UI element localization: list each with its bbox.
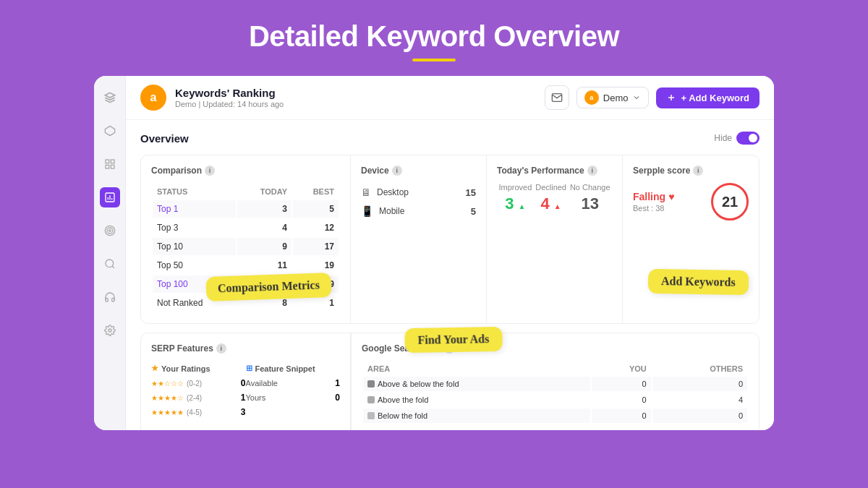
serp-snippet-row: Available1 [246, 376, 341, 390]
status-label: Falling ♥ [633, 191, 674, 202]
ads-col-you: YOU [592, 362, 650, 375]
callout-comparison-metrics: Comparison Metrics [205, 273, 331, 301]
demo-selector[interactable]: a Demo [576, 87, 650, 108]
sidebar-icon-grid[interactable] [100, 154, 120, 174]
serp-content: ★ Your Ratings ★★☆☆☆(0-2)0★★★★☆(2-4)1★★★… [151, 361, 340, 419]
svg-marker-0 [105, 126, 114, 135]
add-keyword-button[interactable]: + Add Keyword [656, 87, 760, 108]
plus-icon [666, 93, 676, 103]
svg-point-9 [106, 260, 114, 267]
ads-area: Above & below the fold [378, 380, 459, 388]
serp-rating-row: ★★★★☆(2-4)1 [151, 390, 246, 405]
perf-label: Improved [498, 183, 532, 192]
sidebar-icon-logo[interactable] [100, 87, 120, 108]
comparison-row: Top 3412 [153, 219, 339, 236]
feature-snippet-label: ⊞ Feature Snippet [246, 361, 341, 376]
col-best: BEST [293, 184, 339, 199]
your-ratings-col: ★ Your Ratings ★★☆☆☆(0-2)0★★★★☆(2-4)1★★★… [151, 361, 246, 419]
callout-add-keywords: Add Keywords [648, 269, 749, 295]
rank-link[interactable]: Top 1 [157, 204, 178, 214]
performance-item: No Change13 [570, 183, 610, 213]
heart-icon: ♥ [668, 191, 674, 202]
serp-snippet-row: Yours0 [246, 390, 341, 405]
device-info: i [392, 166, 402, 176]
sidebar-icon-chart[interactable] [100, 187, 120, 207]
status-best: Best : 38 [633, 204, 674, 213]
sidebar-icon-settings[interactable] [100, 320, 120, 341]
serp-rating-row: ★★★★★(4-5)3 [151, 405, 246, 419]
performance-item: Declined4 ▲ [535, 183, 566, 213]
sidebar-icon-headphone[interactable] [100, 287, 120, 307]
overview-header: Overview Hide [140, 132, 760, 145]
bookmark-icon: ⊞ [246, 364, 252, 373]
serp-title: SERP Features i [151, 343, 340, 354]
color-dot [367, 396, 375, 403]
perf-value: 3 ▲ [498, 194, 532, 213]
ads-you: 0 [592, 377, 650, 391]
perf-value: 4 ▲ [535, 194, 566, 213]
svg-rect-1 [106, 160, 109, 163]
ads-you: 0 [592, 408, 650, 423]
serp-count: 1 [241, 393, 246, 403]
feature-snippet-col: ⊞ Feature Snippet Available1Yours0 [246, 361, 341, 419]
svg-point-10 [109, 329, 111, 332]
content-area: a Keywords' Ranking Demo | Updated: 14 h… [126, 76, 774, 430]
device-label: Desktop [377, 187, 409, 197]
serp-info: i [216, 343, 226, 354]
device-title: Device i [361, 166, 476, 176]
serpple-title: Serpple score i [633, 166, 749, 176]
serp-panel: SERP Features i ★ Your Ratings ★★☆☆☆(0-2… [141, 333, 351, 430]
sidebar-icon-target[interactable] [100, 221, 120, 241]
serp-count: 3 [241, 407, 246, 417]
serpple-info: i [693, 166, 703, 176]
ads-others: 0 [652, 408, 747, 423]
comparison-row: Top 501119 [153, 257, 339, 274]
svg-rect-3 [106, 165, 109, 168]
ads-others: 4 [652, 393, 747, 407]
performance-info: i [587, 166, 597, 176]
ads-you: 0 [592, 393, 650, 407]
sidebar [94, 76, 126, 430]
comparison-row: Top 10917 [153, 238, 339, 255]
svg-rect-4 [111, 165, 114, 168]
demo-label: Demo [603, 93, 629, 103]
comparison-info: i [205, 166, 215, 176]
star-icon: ★ [151, 364, 158, 373]
sidebar-icon-search[interactable] [100, 254, 120, 274]
callout-find-ads: Find Your Ads [404, 327, 502, 353]
device-label: Mobile [379, 206, 404, 216]
topbar-title: Keywords' Ranking [175, 87, 284, 99]
serpple-panel: Serpple score i Falling ♥ Best : 38 [623, 155, 759, 323]
device-panel: Device i 🖥Desktop15📱Mobile5 [351, 155, 487, 323]
snippet-count: 1 [335, 378, 340, 388]
stars-display: ★★★★★ [151, 408, 184, 416]
topbar-right: a Demo + Add Keyword [545, 85, 760, 110]
comparison-row: Top 135 [153, 200, 339, 218]
add-keyword-label: + Add Keyword [681, 93, 749, 103]
ads-row: Below the fold00 [363, 408, 747, 423]
hide-toggle[interactable]: Hide [714, 132, 760, 145]
chevron-down-icon [632, 93, 641, 102]
overview-title: Overview [140, 132, 189, 145]
perf-label: No Change [570, 183, 610, 192]
ads-row: Above & below the fold00 [363, 377, 747, 391]
snippet-label: Yours [246, 393, 266, 402]
performance-row: Improved3 ▲Declined4 ▲No Change13 [497, 183, 612, 213]
page-title: Detailed Keyword Overview [0, 20, 868, 53]
toggle-switch[interactable] [736, 132, 760, 145]
sidebar-icon-layers[interactable] [100, 121, 120, 141]
performance-item: Improved3 ▲ [498, 183, 532, 213]
rank-link[interactable]: Top 100 [157, 279, 188, 289]
amazon-logo: a [584, 90, 599, 105]
col-status: STATUS [153, 184, 236, 199]
score-status: Falling ♥ Best : 38 [633, 191, 674, 213]
serp-count: 0 [241, 378, 246, 388]
score-display: Falling ♥ Best : 38 21 [633, 183, 749, 221]
ads-table: AREA YOU OTHERS Above & below the fold00… [362, 361, 749, 424]
mail-button[interactable] [545, 85, 569, 110]
snippet-label: Available [246, 379, 278, 388]
device-count: 5 [471, 206, 476, 217]
device-row: 🖥Desktop15 [361, 183, 476, 202]
your-ratings-label: ★ Your Ratings [151, 361, 246, 376]
page-header: Detailed Keyword Overview [0, 0, 868, 76]
